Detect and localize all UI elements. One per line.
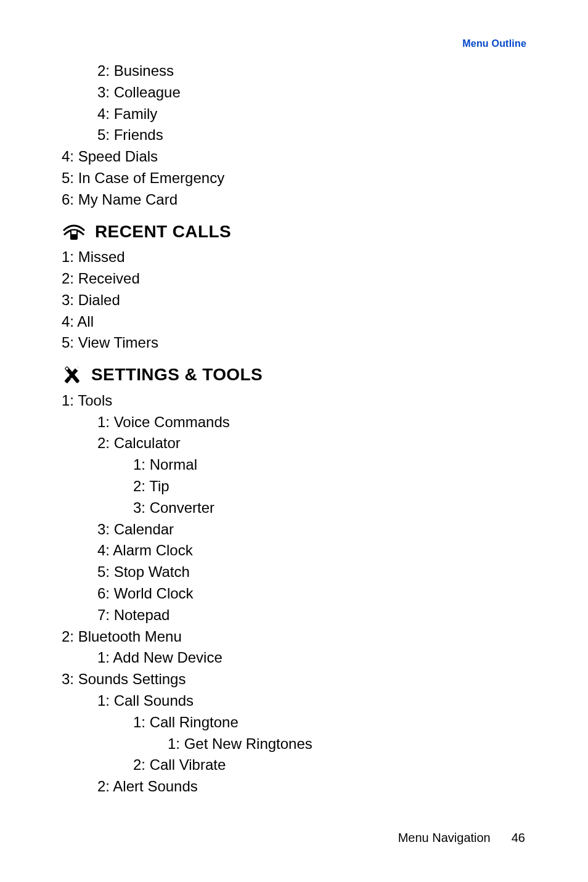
outline-item: 4: Speed Dials — [62, 146, 526, 168]
page-footer: Menu Navigation 46 — [398, 831, 525, 845]
section-heading: SETTINGS & TOOLS — [62, 362, 526, 388]
outline-item: 1: Get New Ringtones — [168, 733, 526, 755]
outline-item: 1: Tools — [62, 390, 526, 412]
outline-item: 1: Voice Commands — [97, 412, 526, 433]
outline-item: 5: Friends — [97, 125, 526, 146]
outline-item: 2: Bluetooth Menu — [62, 626, 526, 648]
outline-item: 5: In Case of Emergency — [62, 168, 526, 189]
section-title: SETTINGS & TOOLS — [91, 362, 263, 388]
running-header: Menu Outline — [62, 38, 526, 49]
recent-calls-icon — [62, 223, 86, 241]
outline-item: 3: Converter — [133, 497, 526, 519]
outline-item: 2: Call Vibrate — [133, 754, 526, 776]
section-title: RECENT CALLS — [95, 219, 231, 245]
outline-item: 3: Dialed — [62, 290, 526, 311]
outline-item: 2: Received — [62, 268, 526, 290]
svg-rect-1 — [71, 231, 76, 234]
outline-item: 1: Call Sounds — [97, 690, 526, 712]
outline-item: 4: All — [62, 311, 526, 333]
section-heading: RECENT CALLS — [62, 219, 526, 245]
outline-item: 1: Missed — [62, 247, 526, 268]
outline-list: 2: Business3: Colleague4: Family5: Frien… — [62, 60, 526, 798]
outline-item: 3: Calendar — [97, 519, 526, 541]
outline-item: 3: Colleague — [97, 82, 526, 104]
outline-item: 3: Sounds Settings — [62, 669, 526, 690]
page-root: Menu Outline 2: Business3: Colleague4: F… — [0, 0, 588, 882]
outline-item: 4: Alarm Clock — [97, 540, 526, 561]
outline-item: 2: Calculator — [97, 433, 526, 454]
outline-item: 2: Tip — [133, 476, 526, 497]
outline-item: 2: Alert Sounds — [97, 776, 526, 798]
outline-item: 1: Add New Device — [97, 647, 526, 669]
outline-item: 6: My Name Card — [62, 189, 526, 211]
outline-item: 1: Call Ringtone — [133, 712, 526, 733]
outline-item: 7: Notepad — [97, 605, 526, 626]
outline-item: 5: View Timers — [62, 332, 526, 354]
outline-item: 5: Stop Watch — [97, 561, 526, 583]
footer-page-number: 46 — [512, 831, 525, 845]
outline-item: 2: Business — [97, 60, 526, 82]
outline-item: 6: World Clock — [97, 583, 526, 605]
footer-section-name: Menu Navigation — [398, 831, 491, 845]
outline-item: 1: Normal — [133, 454, 526, 476]
outline-item: 4: Family — [97, 104, 526, 125]
settings-tools-icon — [62, 364, 83, 385]
